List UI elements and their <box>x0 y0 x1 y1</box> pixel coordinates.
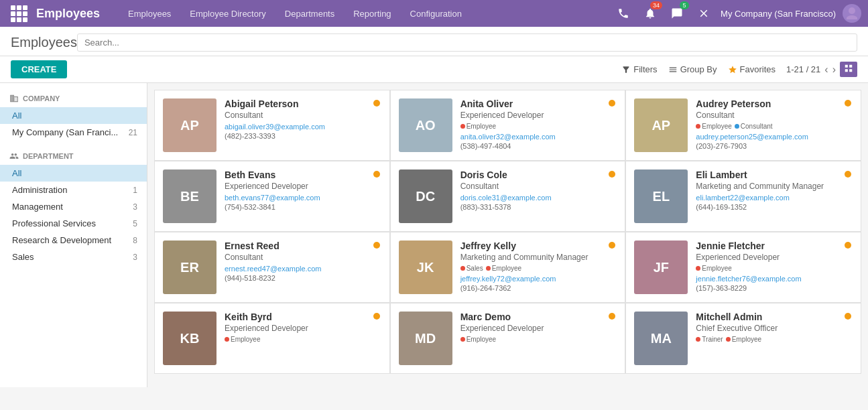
employee-role: Experienced Developer <box>696 253 853 262</box>
employee-card[interactable]: DC Doris Cole Consultant doris.cole31@ex… <box>390 161 626 232</box>
search-input[interactable] <box>77 33 857 52</box>
employee-tag: Employee <box>486 265 521 272</box>
employee-photo: AO <box>399 98 452 152</box>
company-section-header: COMPANY <box>0 90 147 107</box>
employee-photo: MD <box>399 312 452 365</box>
employee-email: eli.lambert22@example.com <box>696 194 853 202</box>
group-by-label: Group By <box>680 64 717 74</box>
employee-name: Doris Cole <box>460 169 617 180</box>
employee-photo: KB <box>163 312 216 365</box>
employee-card[interactable]: EL Eli Lambert Marketing and Community M… <box>625 161 861 232</box>
employee-status-dot <box>845 100 851 107</box>
employee-card[interactable]: AP Abigail Peterson Consultant abigail.o… <box>154 90 390 161</box>
employee-phone: (482)-233-3393 <box>225 132 381 140</box>
activity-icon-button[interactable]: 34 <box>640 3 660 23</box>
employee-info: Audrey Peterson Consultant EmployeeConsu… <box>696 98 853 152</box>
nav-directory[interactable]: Employee Directory <box>182 5 273 23</box>
employee-status-dot <box>845 313 851 320</box>
employee-card[interactable]: KB Keith Byrd Experienced Developer Empl… <box>154 303 390 374</box>
user-avatar[interactable] <box>843 4 861 23</box>
employee-card[interactable]: JK Jeffrey Kelly Marketing and Community… <box>390 232 626 303</box>
employee-card[interactable]: JF Jennie Fletcher Experienced Developer… <box>625 232 861 303</box>
employee-info: Anita Oliver Experienced Developer Emplo… <box>460 98 617 152</box>
group-by-button[interactable]: Group By <box>668 64 717 74</box>
employee-role: Marketing and Community Manager <box>696 182 853 191</box>
phone-icon-button[interactable] <box>613 3 633 23</box>
employee-role: Consultant <box>696 111 853 120</box>
employee-status-dot <box>373 242 380 249</box>
create-button[interactable]: CREATE <box>11 60 67 78</box>
employee-info: Ernest Reed Consultant ernest.reed47@exa… <box>225 241 381 294</box>
employee-card[interactable]: ER Ernest Reed Consultant ernest.reed47@… <box>154 232 390 303</box>
employee-phone: (157)-363-8229 <box>696 284 853 292</box>
employee-role: Experienced Developer <box>460 324 617 333</box>
sidebar-item-all-company[interactable]: All <box>0 107 147 124</box>
employee-name: Marc Demo <box>460 312 617 322</box>
employee-card[interactable]: MA Mitchell Admin Chief Executive Office… <box>625 303 861 374</box>
employee-name: Eli Lambert <box>696 169 853 180</box>
employee-phone: (538)-497-4804 <box>460 142 617 150</box>
prev-page-button[interactable]: ‹ <box>824 64 828 76</box>
sidebar-item-research-development[interactable]: Research & Development 8 <box>0 232 147 249</box>
employee-name: Keith Byrd <box>225 312 381 322</box>
next-page-button[interactable]: › <box>832 64 836 76</box>
employee-phone: (644)-169-1352 <box>696 203 853 211</box>
employee-card[interactable]: MD Marc Demo Experienced Developer Emplo… <box>390 303 626 374</box>
employee-email: audrey.peterson25@example.com <box>696 133 853 141</box>
company-name[interactable]: My Company (San Francisco) <box>721 9 836 19</box>
employee-status-dot <box>373 313 380 320</box>
favorites-button[interactable]: Favorites <box>728 64 776 74</box>
pagination-text: 1-21 / 21 <box>786 64 820 74</box>
grid-view-button[interactable] <box>840 62 857 77</box>
page-header: Employees <box>0 27 868 56</box>
sidebar-item-all-dept[interactable]: All <box>0 165 147 182</box>
employee-info: Abigail Peterson Consultant abigail.oliv… <box>225 98 381 152</box>
employee-email: jennie.fletcher76@example.com <box>696 275 853 283</box>
nav-employees[interactable]: Employees <box>120 5 179 23</box>
department-section-header: DEPARTMENT <box>0 147 147 165</box>
sidebar-item-professional-services[interactable]: Professional Services 5 <box>0 215 147 232</box>
pagination: 1-21 / 21 ‹ › <box>786 62 857 77</box>
employee-card[interactable]: AP Audrey Peterson Consultant EmployeeCo… <box>625 90 861 161</box>
filters-button[interactable]: Filters <box>621 64 657 74</box>
messages-icon-button[interactable]: 5 <box>667 3 687 23</box>
employee-info: Beth Evans Experienced Developer beth.ev… <box>225 169 381 223</box>
employee-name: Audrey Peterson <box>696 98 853 109</box>
employee-role: Consultant <box>460 182 617 191</box>
employee-photo: JK <box>399 241 452 294</box>
sidebar-item-administration[interactable]: Administration 1 <box>0 182 147 198</box>
employee-photo: DC <box>399 169 452 223</box>
department-header: DEPARTMENT <box>23 152 74 160</box>
sidebar-item-my-company[interactable]: My Company (San Franci... 21 <box>0 124 147 141</box>
employee-phone: (916)-264-7362 <box>460 284 617 292</box>
sidebar: COMPANY All My Company (San Franci... 21… <box>0 83 147 387</box>
employee-phone: (754)-532-3841 <box>225 203 381 211</box>
svg-point-0 <box>849 7 855 14</box>
employee-tag: Employee <box>225 336 260 343</box>
nav-reporting[interactable]: Reporting <box>345 5 399 23</box>
employee-card[interactable]: AO Anita Oliver Experienced Developer Em… <box>390 90 626 161</box>
employee-photo: MA <box>634 312 688 365</box>
employee-role: Consultant <box>225 253 381 262</box>
apps-menu-button[interactable] <box>7 1 31 25</box>
topbar-right: 34 5 My Company (San Francisco) <box>613 3 861 23</box>
page-title: Employees <box>11 32 77 56</box>
employee-name: Abigail Peterson <box>225 98 381 109</box>
employee-role: Experienced Developer <box>460 111 617 120</box>
sidebar-item-sales[interactable]: Sales 3 <box>0 249 147 265</box>
employee-name: Mitchell Admin <box>696 312 853 322</box>
nav-departments[interactable]: Departments <box>277 5 343 23</box>
employee-name: Ernest Reed <box>225 241 381 251</box>
employee-info: Marc Demo Experienced Developer Employee <box>460 312 617 365</box>
employee-photo: BE <box>163 169 216 223</box>
employee-photo: ER <box>163 241 216 294</box>
employee-card[interactable]: BE Beth Evans Experienced Developer beth… <box>154 161 390 232</box>
employee-status-dot <box>373 171 380 178</box>
filter-controls: Filters Group By Favorites 1-21 / 21 ‹ › <box>621 62 857 77</box>
employee-email: anita.oliver32@example.com <box>460 133 617 141</box>
nav-configuration[interactable]: Configuration <box>402 5 470 23</box>
grid-icon <box>11 5 27 22</box>
close-icon-button[interactable] <box>694 3 714 23</box>
sidebar-item-management[interactable]: Management 3 <box>0 198 147 215</box>
employee-tag: Employee <box>696 123 731 130</box>
